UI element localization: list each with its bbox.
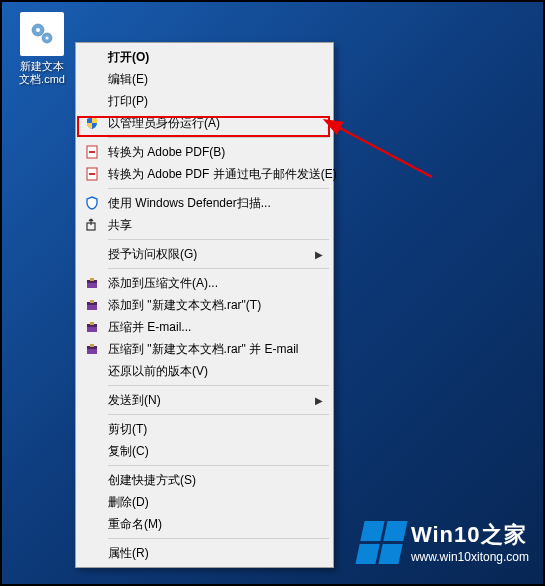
svg-line-21 bbox=[336, 126, 432, 177]
separator bbox=[108, 465, 329, 466]
svg-rect-11 bbox=[90, 278, 94, 281]
desktop-file[interactable]: 新建文本文档.cmd bbox=[16, 12, 68, 86]
menu-cut[interactable]: 剪切(T) bbox=[78, 418, 331, 440]
watermark: Win10之家 www.win10xitong.com bbox=[360, 520, 529, 564]
windows-logo-icon bbox=[355, 521, 407, 564]
menu-grant-access[interactable]: 授予访问权限(G) ▶ bbox=[78, 243, 331, 265]
menu-convert-pdf-email[interactable]: 转换为 Adobe PDF 并通过电子邮件发送(E) bbox=[78, 163, 331, 185]
submenu-arrow-icon: ▶ bbox=[315, 395, 323, 406]
separator bbox=[108, 188, 329, 189]
menu-copy[interactable]: 复制(C) bbox=[78, 440, 331, 462]
blank-icon bbox=[82, 363, 102, 379]
blank-icon bbox=[82, 545, 102, 561]
blank-icon bbox=[82, 93, 102, 109]
separator bbox=[108, 414, 329, 415]
blank-icon bbox=[82, 516, 102, 532]
pdf-icon bbox=[82, 144, 102, 160]
annotation-arrow bbox=[322, 102, 442, 192]
menu-send-to[interactable]: 发送到(N) ▶ bbox=[78, 389, 331, 411]
menu-edit[interactable]: 编辑(E) bbox=[78, 68, 331, 90]
svg-point-3 bbox=[45, 36, 48, 39]
menu-add-to-archive[interactable]: 添加到压缩文件(A)... bbox=[78, 272, 331, 294]
blank-icon bbox=[82, 494, 102, 510]
svg-rect-5 bbox=[89, 151, 95, 153]
shield-icon bbox=[82, 115, 102, 131]
menu-compress-email[interactable]: 压缩并 E-mail... bbox=[78, 316, 331, 338]
watermark-title: Win10之家 bbox=[411, 520, 529, 550]
menu-share[interactable]: 共享 bbox=[78, 214, 331, 236]
separator bbox=[108, 385, 329, 386]
separator bbox=[108, 137, 329, 138]
desktop-file-label: 新建文本文档.cmd bbox=[16, 60, 68, 86]
context-menu: 打开(O) 编辑(E) 打印(P) 以管理员身份运行(A) 转换为 Adobe … bbox=[75, 42, 334, 568]
menu-convert-pdf[interactable]: 转换为 Adobe PDF(B) bbox=[78, 141, 331, 163]
menu-add-to-rar[interactable]: 添加到 "新建文本文档.rar"(T) bbox=[78, 294, 331, 316]
blank-icon bbox=[82, 421, 102, 437]
blank-icon bbox=[82, 246, 102, 262]
winrar-icon bbox=[82, 319, 102, 335]
defender-icon bbox=[82, 195, 102, 211]
winrar-icon bbox=[82, 275, 102, 291]
menu-delete[interactable]: 删除(D) bbox=[78, 491, 331, 513]
menu-open[interactable]: 打开(O) bbox=[78, 46, 331, 68]
watermark-url: www.win10xitong.com bbox=[411, 550, 529, 564]
svg-point-2 bbox=[36, 28, 40, 32]
menu-properties[interactable]: 属性(R) bbox=[78, 542, 331, 564]
submenu-arrow-icon: ▶ bbox=[315, 249, 323, 260]
winrar-icon bbox=[82, 341, 102, 357]
winrar-icon bbox=[82, 297, 102, 313]
svg-rect-20 bbox=[90, 344, 94, 347]
pdf-email-icon bbox=[82, 166, 102, 182]
separator bbox=[108, 268, 329, 269]
menu-rename[interactable]: 重命名(M) bbox=[78, 513, 331, 535]
share-icon bbox=[82, 217, 102, 233]
svg-rect-17 bbox=[90, 322, 94, 325]
blank-icon bbox=[82, 392, 102, 408]
blank-icon bbox=[82, 443, 102, 459]
menu-run-as-admin[interactable]: 以管理员身份运行(A) bbox=[78, 112, 331, 134]
svg-rect-7 bbox=[89, 173, 95, 175]
menu-print[interactable]: 打印(P) bbox=[78, 90, 331, 112]
separator bbox=[108, 239, 329, 240]
blank-icon bbox=[82, 71, 102, 87]
menu-restore-versions[interactable]: 还原以前的版本(V) bbox=[78, 360, 331, 382]
cmd-file-icon bbox=[20, 12, 64, 56]
separator bbox=[108, 538, 329, 539]
menu-create-shortcut[interactable]: 创建快捷方式(S) bbox=[78, 469, 331, 491]
svg-rect-14 bbox=[90, 300, 94, 303]
blank-icon bbox=[82, 472, 102, 488]
menu-compress-rar-email[interactable]: 压缩到 "新建文本文档.rar" 并 E-mail bbox=[78, 338, 331, 360]
blank-icon bbox=[82, 49, 102, 65]
menu-defender-scan[interactable]: 使用 Windows Defender扫描... bbox=[78, 192, 331, 214]
